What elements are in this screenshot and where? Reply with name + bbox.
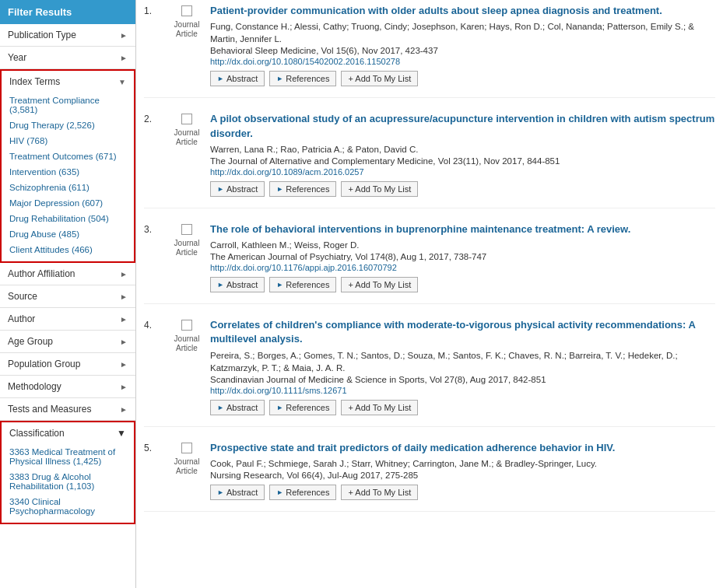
result-actions-2: ► Abstract ► References + Add To My List <box>210 181 715 197</box>
tests-measures-header[interactable]: Tests and Measures ► <box>0 398 135 420</box>
source-label: Source <box>8 291 37 302</box>
filter-link-dr[interactable]: Drug Rehabilitation (504) <box>2 211 134 226</box>
result-number-2: 2. <box>144 112 163 196</box>
result-actions-1: ► Abstract ► References + Add To My List <box>210 71 715 86</box>
result-content-2: A pilot observational study of an acupre… <box>210 112 715 196</box>
references-btn-1[interactable]: ► References <box>269 71 336 86</box>
result-doi-1[interactable]: http://dx.doi.org/10.1080/15402002.2016.… <box>210 57 715 66</box>
result-content-3: The role of behavioral interventions in … <box>210 222 715 292</box>
result-item-5: 5. JournalArticle Prospective state and … <box>144 441 715 512</box>
references-btn-2[interactable]: ► References <box>269 181 336 197</box>
add-list-btn-3[interactable]: + Add To My List <box>341 277 418 292</box>
result-checkbox-4[interactable] <box>181 320 192 331</box>
population-group-label: Population Group <box>8 359 80 369</box>
age-group-header[interactable]: Age Group ► <box>0 331 135 352</box>
classification-link-c1[interactable]: 3363 Medical Treatment of Physical Illne… <box>2 444 134 469</box>
sidebar: Filter Results Publication Type ► Year ►… <box>0 0 136 588</box>
result-actions-5: ► Abstract ► References + Add To My List <box>210 485 715 500</box>
abstract-btn-4[interactable]: ► Abstract <box>210 400 265 415</box>
result-checkbox-3[interactable] <box>181 224 192 235</box>
source-arrow: ► <box>120 292 128 301</box>
result-authors-1: Fung, Constance H.; Alessi, Cathy; Truon… <box>210 20 715 45</box>
add-list-btn-4[interactable]: + Add To My List <box>341 400 418 415</box>
result-authors-3: Carroll, Kathleen M.; Weiss, Roger D. <box>210 239 715 251</box>
classification-label: Classification <box>9 428 65 439</box>
filter-section-source: Source ► <box>0 285 135 308</box>
result-title-5[interactable]: Prospective state and trait predictors o… <box>210 442 615 453</box>
publication-type-label: Publication Type <box>8 30 76 40</box>
filter-link-da[interactable]: Drug Abuse (485) <box>2 226 134 242</box>
year-arrow: ► <box>120 54 128 62</box>
result-type-label-1: JournalArticle <box>174 20 200 39</box>
classification-header[interactable]: Classification ▼ <box>2 422 134 444</box>
add-list-btn-5[interactable]: + Add To My List <box>341 485 418 500</box>
filter-section-age-group: Age Group ► <box>0 331 135 353</box>
filter-link-dt[interactable]: Drug Therapy (2,526) <box>2 117 134 133</box>
filter-section-author: Author ► <box>0 308 135 331</box>
index-terms-label: Index Terms <box>9 76 60 87</box>
publication-type-header[interactable]: Publication Type ► <box>0 24 135 46</box>
abstract-btn-3[interactable]: ► Abstract <box>210 277 265 292</box>
author-affiliation-header[interactable]: Author Affiliation ► <box>0 263 135 285</box>
result-actions-3: ► Abstract ► References + Add To My List <box>210 277 715 292</box>
index-terms-header[interactable]: Index Terms ▼ <box>2 71 134 93</box>
result-item-1: 1. JournalArticle Patient-provider commu… <box>144 4 715 98</box>
result-item-4: 4. JournalArticle Correlates of children… <box>144 318 715 427</box>
abstract-arrow-2: ► <box>217 185 224 193</box>
result-content-1: Patient-provider communication with olde… <box>210 4 715 86</box>
add-list-btn-2[interactable]: + Add To My List <box>341 181 418 197</box>
abstract-btn-1[interactable]: ► Abstract <box>210 71 265 86</box>
filter-link-ca[interactable]: Client Attitudes (466) <box>2 242 134 257</box>
year-header[interactable]: Year ► <box>0 47 135 68</box>
abstract-btn-2[interactable]: ► Abstract <box>210 181 265 197</box>
result-journal-4: Scandinavian Journal of Medicine & Scien… <box>210 375 715 384</box>
author-affiliation-arrow: ► <box>120 270 128 278</box>
result-content-5: Prospective state and trait predictors o… <box>210 441 715 500</box>
references-arrow-4: ► <box>276 404 283 411</box>
classification-link-c3[interactable]: 3340 Clinical Psychopharmacology <box>2 494 134 519</box>
result-title-1[interactable]: Patient-provider communication with olde… <box>210 5 662 16</box>
result-journal-5: Nursing Research, Vol 66(4), Jul-Aug 201… <box>210 471 715 480</box>
abstract-btn-5[interactable]: ► Abstract <box>210 485 265 500</box>
methodology-label: Methodology <box>8 381 61 392</box>
classification-link-c2[interactable]: 3383 Drug & Alcohol Rehabilitation (1,10… <box>2 469 134 494</box>
references-btn-4[interactable]: ► References <box>269 400 336 415</box>
result-title-4[interactable]: Correlates of children's compliance with… <box>210 319 695 345</box>
result-doi-3[interactable]: http://dx.doi.org/10.1176/appi.ajp.2016.… <box>210 263 715 272</box>
filter-link-to[interactable]: Treatment Outcomes (671) <box>2 149 134 164</box>
result-journal-2: The Journal of Alternative and Complemen… <box>210 156 715 166</box>
result-doi-4[interactable]: http://dx.doi.org/10.1111/sms.12671 <box>210 386 715 395</box>
result-content-4: Correlates of children's compliance with… <box>210 318 715 415</box>
references-btn-5[interactable]: ► References <box>269 485 336 500</box>
result-number-5: 5. <box>144 441 163 500</box>
abstract-arrow-1: ► <box>217 75 224 82</box>
result-checkbox-2[interactable] <box>181 114 192 124</box>
index-terms-list: Treatment Compliance (3,581) Drug Therap… <box>2 93 134 261</box>
methodology-header[interactable]: Methodology ► <box>0 376 135 397</box>
author-header[interactable]: Author ► <box>0 308 135 330</box>
source-header[interactable]: Source ► <box>0 285 135 307</box>
result-title-2[interactable]: A pilot observational study of an acupre… <box>210 113 714 138</box>
population-group-arrow: ► <box>120 360 128 369</box>
classification-arrow: ▼ <box>117 428 126 439</box>
result-type-label-5: JournalArticle <box>174 457 200 476</box>
age-group-arrow: ► <box>120 338 128 346</box>
author-affiliation-label: Author Affiliation <box>8 268 75 279</box>
result-item-2: 2. JournalArticle A pilot observational … <box>144 112 715 208</box>
index-terms-arrow: ▼ <box>118 78 126 86</box>
result-type-label-3: JournalArticle <box>174 239 200 257</box>
filter-link-int[interactable]: Intervention (635) <box>2 164 134 180</box>
filter-link-hiv[interactable]: HIV (768) <box>2 133 134 149</box>
filter-link-sch[interactable]: Schizophrenia (611) <box>2 180 134 195</box>
result-title-3[interactable]: The role of behavioral interventions in … <box>210 223 630 235</box>
references-btn-3[interactable]: ► References <box>269 277 336 292</box>
result-checkbox-5[interactable] <box>181 443 192 453</box>
add-list-btn-1[interactable]: + Add To My List <box>341 71 418 86</box>
filter-link-tc[interactable]: Treatment Compliance (3,581) <box>2 93 134 117</box>
result-journal-3: The American Journal of Psychiatry, Vol … <box>210 252 715 261</box>
filter-link-md[interactable]: Major Depression (607) <box>2 195 134 211</box>
population-group-header[interactable]: Population Group ► <box>0 353 135 375</box>
result-doi-2[interactable]: http://dx.doi.org/10.1089/acm.2016.0257 <box>210 167 715 177</box>
filter-section-classification: Classification ▼ 3363 Medical Treatment … <box>0 421 135 524</box>
result-checkbox-1[interactable] <box>181 5 192 16</box>
